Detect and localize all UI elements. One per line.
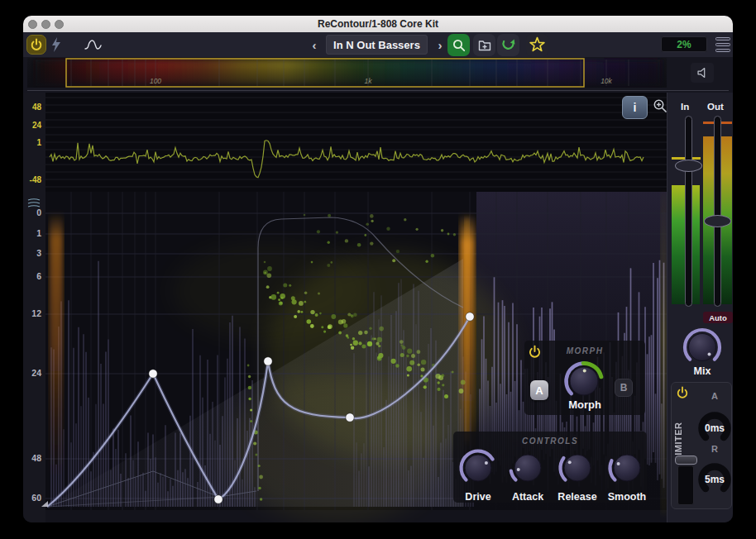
controls-panel: CONTROLS DriveAttackReleaseSmooth bbox=[453, 432, 647, 503]
limiter-slider-track[interactable] bbox=[677, 465, 694, 505]
screen: ReContour/1-808 Core Kit ‹ In N Out Bass… bbox=[0, 0, 756, 539]
limiter-release-label: R bbox=[702, 444, 727, 454]
envelope-point[interactable] bbox=[214, 495, 222, 503]
control-knob-label: Smooth bbox=[603, 491, 651, 503]
strip-frequency-label: 100 bbox=[150, 77, 161, 85]
search-icon bbox=[452, 38, 467, 53]
graph-axis-label: 1 bbox=[36, 228, 41, 238]
io-panel: In Out Auto Mix LIMITER A 0ms R 5ms bbox=[667, 93, 733, 522]
graph-axis-label: 6 bbox=[36, 271, 41, 281]
speaker-icon bbox=[695, 65, 710, 80]
graph-axis-label: 3 bbox=[36, 248, 41, 258]
lightning-icon[interactable] bbox=[50, 36, 62, 53]
refresh-icon bbox=[500, 37, 516, 53]
strip-frequency-label: 10k bbox=[600, 77, 612, 85]
limiter-attack-label: A bbox=[702, 391, 727, 401]
graph-axis-label: 0 bbox=[36, 207, 41, 217]
control-knob-label: Attack bbox=[504, 491, 552, 503]
morph-knob-label: Morph bbox=[524, 398, 645, 411]
info-button[interactable]: i bbox=[622, 96, 648, 119]
graph-axis-label: 24 bbox=[31, 368, 41, 378]
section-divider bbox=[27, 90, 729, 91]
strip-fade bbox=[27, 58, 667, 88]
out-slider-handle[interactable] bbox=[704, 215, 731, 227]
waveform-axis-label: 24 bbox=[32, 121, 42, 130]
star-icon bbox=[529, 36, 546, 54]
preset-next-button[interactable]: › bbox=[433, 37, 447, 52]
auto-gain-badge[interactable]: Auto bbox=[703, 312, 733, 323]
control-knob-group: Smooth bbox=[603, 446, 651, 503]
limiter-release-value: 5ms bbox=[696, 474, 733, 485]
limiter-power-icon[interactable] bbox=[676, 386, 689, 399]
waveform-axis-label: -48 bbox=[30, 175, 42, 184]
waveform-axis-label: 1 bbox=[36, 138, 41, 147]
graph-axis-label: 60 bbox=[31, 493, 41, 503]
in-meter-label: In bbox=[681, 102, 689, 112]
limiter-attack-value: 0ms bbox=[696, 422, 733, 434]
audition-button[interactable] bbox=[691, 63, 714, 83]
strip-frequency-label: 1k bbox=[365, 77, 373, 85]
cpu-meter: 2% bbox=[661, 36, 707, 52]
graph-axis-label: 48 bbox=[31, 453, 41, 463]
spectrum-range-strip[interactable]: 1001k10k bbox=[27, 58, 667, 88]
control-knob-group: Release bbox=[553, 446, 601, 503]
favorite-button[interactable] bbox=[526, 34, 548, 56]
preset-prev-button[interactable]: ‹ bbox=[308, 37, 321, 52]
envelope-point[interactable] bbox=[264, 357, 272, 365]
preset-name-box[interactable]: In N Out Bassers bbox=[326, 35, 428, 55]
envelope-point[interactable] bbox=[466, 312, 474, 321]
power-icon bbox=[30, 38, 43, 51]
control-knob-attack[interactable] bbox=[504, 446, 552, 489]
limiter-slider-handle[interactable] bbox=[675, 456, 697, 465]
control-knob-release[interactable] bbox=[553, 446, 601, 489]
toolbar: ‹ In N Out Bassers › bbox=[23, 32, 733, 57]
right-edge-glow bbox=[661, 192, 667, 514]
preset-search-button[interactable] bbox=[447, 34, 470, 56]
plugin-window: ReContour/1-808 Core Kit ‹ In N Out Bass… bbox=[23, 16, 733, 522]
control-knob-label: Drive bbox=[454, 491, 502, 503]
morph-panel-title: MORPH bbox=[524, 346, 645, 355]
olive-glow-3 bbox=[172, 241, 371, 341]
orange-column-left bbox=[50, 212, 63, 477]
power-button[interactable] bbox=[26, 35, 46, 55]
control-knob-smooth[interactable] bbox=[603, 446, 651, 489]
out-slider-track[interactable] bbox=[714, 116, 721, 307]
morph-b-button[interactable]: B bbox=[615, 379, 633, 397]
titlebar: ReContour/1-808 Core Kit bbox=[23, 16, 733, 32]
mix-knob[interactable] bbox=[677, 326, 727, 370]
control-knob-group: Drive bbox=[454, 446, 502, 503]
window-title: ReContour/1-808 Core Kit bbox=[23, 16, 733, 32]
control-knob-group: Attack bbox=[504, 446, 552, 503]
reload-preset-button[interactable] bbox=[497, 34, 519, 56]
limiter-panel: LIMITER A 0ms R 5ms bbox=[671, 382, 732, 509]
orange-core bbox=[465, 218, 469, 441]
folder-plus-icon bbox=[477, 38, 492, 53]
morph-panel: MORPH A B Morph bbox=[524, 341, 645, 415]
in-slider-handle[interactable] bbox=[675, 160, 702, 172]
graph-axis-label: 12 bbox=[31, 308, 41, 318]
envelope-point[interactable] bbox=[346, 413, 354, 422]
control-knob-drive[interactable] bbox=[454, 446, 502, 489]
controls-panel-title: CONTROLS bbox=[453, 436, 647, 446]
mix-knob-label: Mix bbox=[677, 365, 727, 377]
out-meter-label: Out bbox=[707, 102, 724, 112]
waveform-axis-label: 48 bbox=[32, 103, 42, 112]
control-knob-label: Release bbox=[553, 491, 601, 503]
morph-a-button[interactable]: A bbox=[530, 380, 548, 400]
save-preset-button[interactable] bbox=[473, 34, 495, 56]
sine-wave-icon[interactable] bbox=[84, 38, 103, 52]
menu-button[interactable] bbox=[715, 37, 730, 52]
in-slider-track[interactable] bbox=[685, 116, 692, 307]
envelope-point[interactable] bbox=[149, 370, 157, 378]
